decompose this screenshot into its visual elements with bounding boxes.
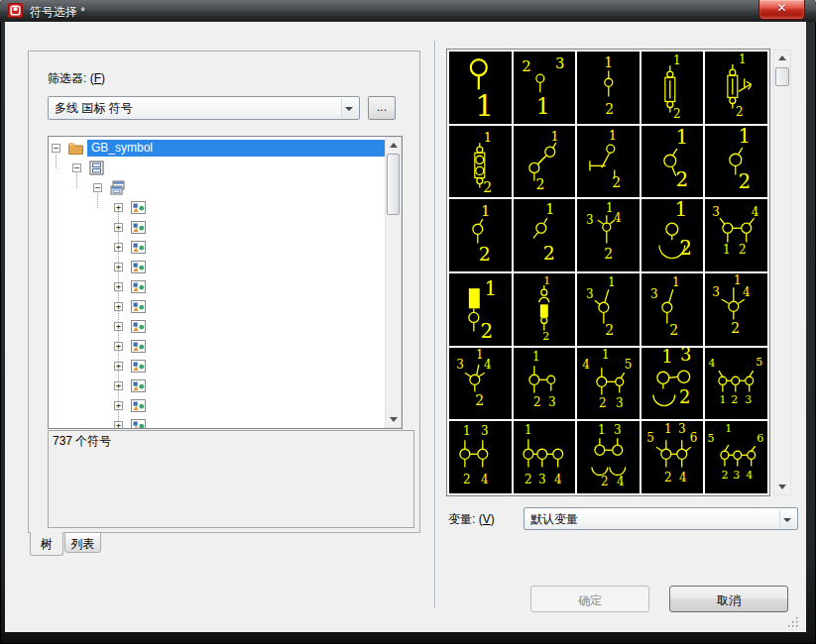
- symbol-cell-20[interactable]: 3142: [705, 273, 767, 346]
- expand-plus-icon[interactable]: +: [114, 322, 123, 331]
- expand-plus-icon[interactable]: +: [114, 223, 123, 232]
- expand-plus-icon[interactable]: +: [114, 421, 123, 429]
- expand-plus-icon[interactable]: +: [114, 401, 123, 410]
- svg-text:2: 2: [533, 394, 541, 408]
- svg-text:1: 1: [598, 423, 606, 437]
- symbol-cell-6[interactable]: 12: [449, 126, 512, 198]
- tree-scrollbar-thumb[interactable]: [387, 154, 400, 215]
- resize-grip-icon[interactable]: [786, 615, 800, 629]
- tree-item[interactable]: +: [49, 277, 385, 296]
- symbol-cell-30[interactable]: 516234: [705, 421, 767, 493]
- scroll-down-icon[interactable]: [386, 412, 401, 427]
- symbol-cell-17[interactable]: 12: [514, 273, 576, 346]
- symbol-cell-23[interactable]: 41523: [577, 348, 640, 420]
- symbol-cell-5[interactable]: 12: [705, 52, 767, 124]
- grid-scrollbar-thumb[interactable]: [775, 67, 789, 86]
- svg-text:2: 2: [606, 321, 615, 337]
- tree-guide-line: [56, 152, 57, 168]
- symbol-cell-16[interactable]: 12: [449, 273, 512, 346]
- variant-combobox[interactable]: 默认变量: [524, 507, 798, 530]
- tree-item[interactable]: +: [49, 297, 385, 316]
- filter-combobox-dropdown[interactable]: [341, 98, 358, 118]
- tab-tree[interactable]: 树: [30, 532, 63, 556]
- symbol-cell-4[interactable]: 12: [641, 52, 704, 124]
- svg-text:3: 3: [614, 423, 622, 437]
- collapse-minus-icon[interactable]: −: [52, 144, 60, 153]
- symbol-cell-7[interactable]: 12: [514, 126, 576, 198]
- titlebar[interactable]: 符号选择 * ✕: [0, 0, 816, 22]
- tree-item[interactable]: +: [49, 238, 385, 257]
- symbol-cell-2[interactable]: 231: [514, 52, 576, 124]
- symbol-cell-10[interactable]: 12: [705, 126, 767, 198]
- filter-combobox[interactable]: 多线 国标 符号: [48, 96, 360, 120]
- scroll-down-icon[interactable]: [774, 480, 790, 494]
- symbol-cell-12[interactable]: 12: [514, 199, 576, 271]
- image-icon: [130, 239, 147, 256]
- svg-text:2: 2: [679, 237, 692, 261]
- svg-text:2: 2: [475, 391, 484, 407]
- expand-plus-icon[interactable]: +: [114, 362, 123, 371]
- tree-item[interactable]: +: [49, 396, 385, 415]
- tree-item[interactable]: +: [49, 357, 385, 376]
- cancel-button[interactable]: 取消: [669, 586, 788, 612]
- scroll-up-icon[interactable]: [774, 51, 790, 65]
- tree-item[interactable]: +: [49, 416, 385, 429]
- symbol-cell-18[interactable]: 312: [577, 273, 640, 346]
- svg-text:3: 3: [734, 469, 741, 482]
- image-icon: [130, 199, 147, 216]
- symbol-cell-9[interactable]: 12: [641, 126, 704, 198]
- symbol-cell-13[interactable]: 3142: [577, 199, 640, 271]
- tree-item-gb_symbol[interactable]: −GB_symbol: [49, 139, 385, 158]
- expand-plus-icon[interactable]: +: [114, 203, 123, 212]
- image-icon: [130, 358, 147, 375]
- expand-plus-icon[interactable]: +: [114, 302, 123, 311]
- tree-item[interactable]: −: [49, 178, 385, 197]
- svg-text:1: 1: [734, 273, 742, 287]
- tab-list[interactable]: 列表: [64, 532, 101, 553]
- svg-text:1: 1: [532, 350, 540, 364]
- collapse-minus-icon[interactable]: −: [72, 163, 81, 172]
- svg-text:1: 1: [726, 422, 733, 435]
- scroll-up-icon[interactable]: [386, 138, 401, 153]
- variant-combobox-dropdown[interactable]: [779, 509, 796, 528]
- ok-button[interactable]: 确定: [530, 586, 649, 612]
- tree-item[interactable]: +: [49, 198, 385, 217]
- browse-filter-button[interactable]: ...: [368, 96, 396, 120]
- symbol-cell-25[interactable]: 45123: [705, 348, 767, 420]
- grid-scrollbar[interactable]: [773, 50, 791, 495]
- symbol-cell-24[interactable]: 132: [641, 348, 704, 420]
- symbol-icon: [109, 179, 126, 196]
- symbol-cell-22[interactable]: 123: [514, 348, 576, 420]
- collapse-minus-icon[interactable]: −: [93, 183, 102, 192]
- tree-item[interactable]: +: [49, 258, 385, 276]
- tree-item[interactable]: +: [49, 376, 385, 395]
- image-icon: [130, 318, 147, 335]
- symbol-cell-26[interactable]: 1324: [449, 421, 512, 493]
- symbol-cell-27[interactable]: 1234: [514, 421, 576, 493]
- symbol-cell-29[interactable]: 513624: [641, 421, 704, 493]
- close-button[interactable]: ✕: [758, 0, 805, 20]
- expand-plus-icon[interactable]: +: [114, 243, 123, 252]
- symbol-cell-14[interactable]: 12: [641, 199, 704, 271]
- symbol-cell-11[interactable]: 12: [449, 199, 512, 271]
- svg-text:1: 1: [661, 348, 672, 367]
- tree-view[interactable]: −GB_symbol−−++++++++++++: [48, 136, 403, 429]
- symbol-cell-15[interactable]: 3412: [705, 199, 767, 271]
- expand-plus-icon[interactable]: +: [114, 381, 123, 390]
- symbol-cell-3[interactable]: 12: [577, 52, 640, 124]
- tree-scrollbar[interactable]: [385, 137, 402, 428]
- svg-text:1: 1: [664, 422, 672, 436]
- expand-plus-icon[interactable]: +: [114, 263, 123, 271]
- tree-item[interactable]: −: [49, 159, 385, 177]
- expand-plus-icon[interactable]: +: [114, 342, 123, 351]
- expand-plus-icon[interactable]: +: [114, 282, 123, 291]
- symbol-cell-1[interactable]: 1: [449, 52, 512, 124]
- symbol-cell-21[interactable]: 3142: [449, 348, 512, 420]
- tree-item[interactable]: +: [49, 337, 385, 356]
- chevron-down-icon: [345, 107, 353, 111]
- symbol-cell-28[interactable]: 1324: [577, 421, 640, 493]
- symbol-cell-8[interactable]: 12: [577, 126, 640, 198]
- symbol-cell-19[interactable]: 312: [641, 273, 704, 346]
- tree-item[interactable]: +: [49, 218, 385, 237]
- tree-item[interactable]: +: [49, 317, 385, 336]
